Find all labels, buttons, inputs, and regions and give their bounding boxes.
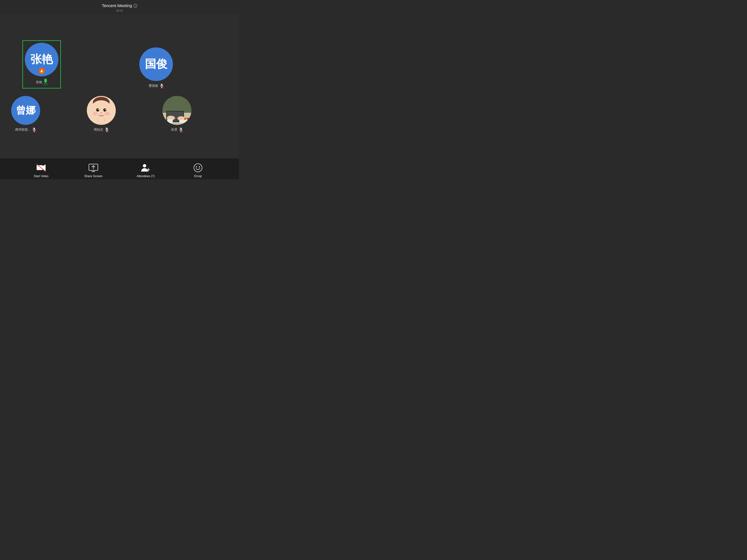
svg-rect-32 [168,116,169,119]
avatar-guo-jun: 国俊 [139,47,173,81]
svg-rect-37 [167,119,173,123]
avatar-ying-jing [162,96,191,125]
attendees-label: Attendees (7) [137,175,155,178]
baby-face-svg [87,96,116,125]
start-video-label: Start Video [34,175,49,178]
participant-name-zhang-yan: 张艳 [36,80,42,84]
name-row-guo-jun: 曹国俊 [149,83,164,88]
participant-name-ying-jing: 应景 [171,128,177,132]
svg-point-12 [89,100,113,124]
svg-point-55 [199,166,200,167]
mic-muted-icon-guo-jun [160,83,164,88]
attendees-button[interactable]: Attendees (7) [131,163,161,178]
avatar-zhou-yiwen [87,96,116,125]
svg-rect-43 [36,165,43,170]
host-icon [40,69,44,73]
svg-point-53 [194,164,202,172]
svg-rect-33 [170,115,171,118]
mic-muted-icon-zhou-yiwen [105,127,109,132]
svg-point-50 [143,164,146,167]
start-video-button[interactable]: Start Video [26,163,56,178]
mic-muted-icon-zeng-na [32,127,36,132]
meeting-toolbar: Start Video Share Screen [0,158,239,179]
meeting-header: Tencent Meeting i 36:08 [0,0,239,15]
share-screen-icon [88,163,98,173]
video-off-icon [36,163,46,173]
avatar-zhang-yan: 张艳 [25,43,58,76]
svg-point-17 [100,112,102,113]
participant-ying-jing: 应景 [162,96,191,132]
share-screen-label: Share Screen [84,175,103,178]
svg-point-0 [41,70,43,71]
participant-zhou-yiwen: 周怡文 [87,96,116,132]
participant-name-zeng-na: 商学院曾... [15,128,30,132]
name-row-ying-jing: 应景 [171,127,183,132]
name-row-zhou-yiwen: 周怡文 [94,127,109,132]
emoji-icon [193,163,203,173]
meeting-title-row: Tencent Meeting i [0,3,239,8]
participant-name-zhou-yiwen: 周怡文 [94,128,103,132]
svg-point-19 [105,112,110,115]
mic-muted-icon-ying-jing [179,127,183,132]
svg-point-14 [103,108,106,112]
meeting-timer: 36:08 [0,9,239,12]
meeting-title: Tencent Meeting [102,3,132,8]
svg-point-16 [105,109,106,110]
participant-name-guo-jun: 曹国俊 [149,84,158,88]
participant-guo-jun: 国俊 曹国俊 [139,47,173,88]
participants-row-2: 曾娜 商学院曾... [7,96,232,132]
svg-rect-38 [179,120,188,123]
participants-row-1: 张艳 张艳 国俊 [7,40,232,88]
svg-point-54 [196,166,197,167]
mic-active-icon [44,79,47,86]
svg-point-15 [98,109,99,110]
attendees-icon [141,163,151,173]
avatar-zeng-na: 曾娜 [11,96,40,125]
share-screen-button[interactable]: Share Screen [78,163,108,178]
svg-point-18 [93,112,98,115]
emoji-label: Emoji [194,175,202,178]
name-row-zhang-yan: 张艳 [36,79,47,86]
participant-zhang-yan: 张艳 张艳 [22,40,61,88]
participant-zeng-na: 曾娜 商学院曾... [11,96,40,132]
name-row-zeng-na: 商学院曾... [15,127,36,132]
svg-point-31 [177,116,185,121]
info-icon[interactable]: i [133,4,137,8]
participants-grid: 张艳 张艳 国俊 [0,15,239,158]
svg-rect-34 [172,116,173,118]
host-badge [38,68,45,74]
guitar-photo-svg [162,96,191,125]
emoji-button[interactable]: Emoji [183,163,213,178]
svg-point-13 [96,108,99,112]
